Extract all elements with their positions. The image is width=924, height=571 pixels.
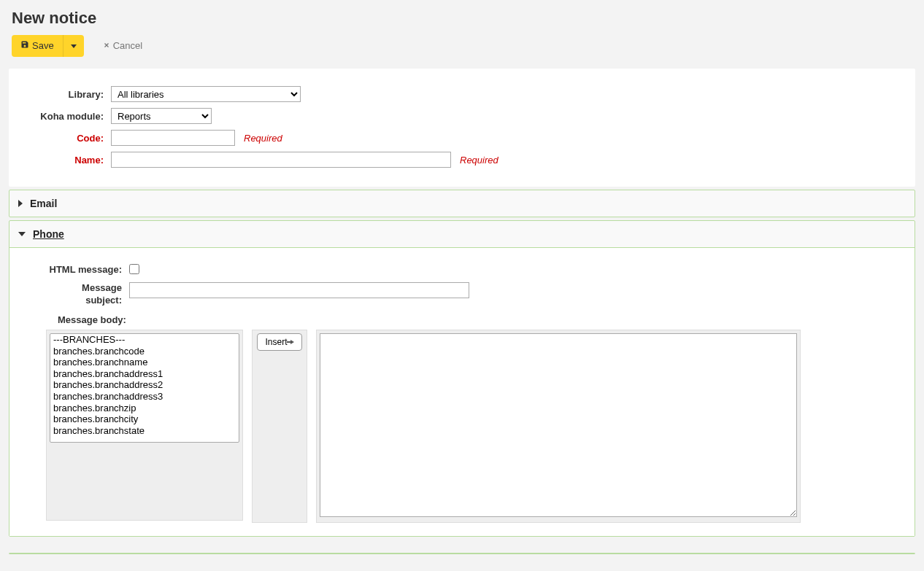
code-label: Code: <box>9 133 111 144</box>
save-button[interactable]: Save <box>12 35 63 57</box>
field-option[interactable]: branches.branchaddress2 <box>50 379 239 391</box>
field-listbox[interactable]: ---BRANCHES---branches.branchcodebranche… <box>50 333 239 443</box>
html-message-label: HTML message: <box>20 264 129 275</box>
phone-section-header[interactable]: Phone <box>9 221 915 247</box>
code-required-hint: Required <box>244 133 282 144</box>
module-select[interactable]: Reports <box>111 108 212 124</box>
library-select[interactable]: All libraries <box>111 86 301 102</box>
name-label: Name: <box>9 155 111 166</box>
field-option[interactable]: branches.branchzip <box>50 403 239 414</box>
save-button-group: Save <box>12 35 84 57</box>
toolbar: Save Cancel <box>0 35 924 69</box>
code-input[interactable] <box>111 130 235 146</box>
cancel-button[interactable]: Cancel <box>94 35 151 57</box>
insert-button[interactable]: Insert <box>257 333 301 351</box>
email-section: Email <box>9 190 915 217</box>
next-section <box>9 553 915 554</box>
message-body-label: Message body: <box>58 314 904 325</box>
module-label: Koha module: <box>9 111 111 122</box>
email-section-label: Email <box>30 198 57 209</box>
html-message-checkbox[interactable] <box>129 264 139 274</box>
body-textarea-panel <box>316 330 801 523</box>
save-icon <box>20 39 29 53</box>
field-option[interactable]: branches.branchaddress1 <box>50 368 239 380</box>
field-option[interactable]: branches.branchstate <box>50 425 239 437</box>
phone-section: Phone HTML message: Messagesubject: Mess… <box>9 220 915 537</box>
field-option[interactable]: branches.branchcity <box>50 413 239 425</box>
field-option[interactable]: branches.branchaddress3 <box>50 391 239 403</box>
library-label: Library: <box>9 89 111 100</box>
page-title: New notice <box>0 0 924 35</box>
field-list-panel: ---BRANCHES---branches.branchcodebranche… <box>46 330 243 521</box>
save-dropdown-toggle[interactable] <box>63 35 84 57</box>
insert-button-label: Insert <box>265 337 287 347</box>
field-option[interactable]: ---BRANCHES--- <box>50 334 239 346</box>
phone-section-body: HTML message: Messagesubject: Message bo… <box>9 247 915 536</box>
name-required-hint: Required <box>460 155 498 166</box>
arrow-right-icon <box>290 340 294 344</box>
email-section-header[interactable]: Email <box>9 190 915 217</box>
insert-panel: Insert <box>252 330 307 523</box>
save-button-label: Save <box>32 39 54 53</box>
message-body-textarea[interactable] <box>320 333 797 517</box>
message-subject-input[interactable] <box>129 282 469 298</box>
cancel-button-label: Cancel <box>113 39 142 53</box>
message-subject-label: Messagesubject: <box>20 282 129 307</box>
form-card: Library: All libraries Koha module: Repo… <box>9 69 915 187</box>
name-input[interactable] <box>111 152 451 168</box>
field-option[interactable]: branches.branchcode <box>50 346 239 357</box>
phone-section-label: Phone <box>33 228 64 240</box>
close-icon <box>103 39 110 53</box>
caret-down-icon <box>71 44 77 48</box>
caret-down-icon <box>18 232 26 236</box>
caret-right-icon <box>18 200 23 207</box>
field-option[interactable]: branches.branchname <box>50 357 239 368</box>
